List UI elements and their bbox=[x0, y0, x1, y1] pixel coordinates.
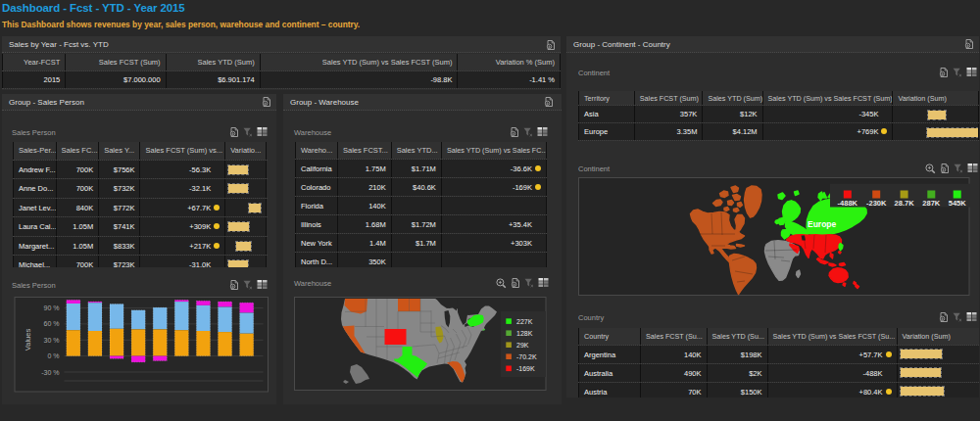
svg-text:545K: 545K bbox=[949, 199, 967, 208]
svg-text:30 %: 30 % bbox=[44, 337, 60, 344]
svg-text:-70.2K: -70.2K bbox=[516, 353, 537, 360]
svg-text:-30 %: -30 % bbox=[41, 369, 59, 376]
svg-text:Values: Values bbox=[24, 329, 32, 351]
svg-text:0 %: 0 % bbox=[47, 352, 59, 359]
svg-text:-488K: -488K bbox=[838, 199, 858, 208]
svg-text:287K: 287K bbox=[922, 199, 941, 208]
svg-text:90 %: 90 % bbox=[44, 304, 60, 311]
svg-text:29K: 29K bbox=[516, 342, 529, 349]
svg-text:60 %: 60 % bbox=[44, 320, 60, 327]
svg-text:-169K: -169K bbox=[516, 365, 535, 372]
svg-text:227K: 227K bbox=[516, 318, 533, 325]
svg-text:-230K: -230K bbox=[866, 199, 887, 208]
svg-text:28.7K: 28.7K bbox=[895, 199, 915, 208]
svg-text:Europe: Europe bbox=[808, 219, 837, 229]
svg-text:128K: 128K bbox=[516, 330, 533, 337]
